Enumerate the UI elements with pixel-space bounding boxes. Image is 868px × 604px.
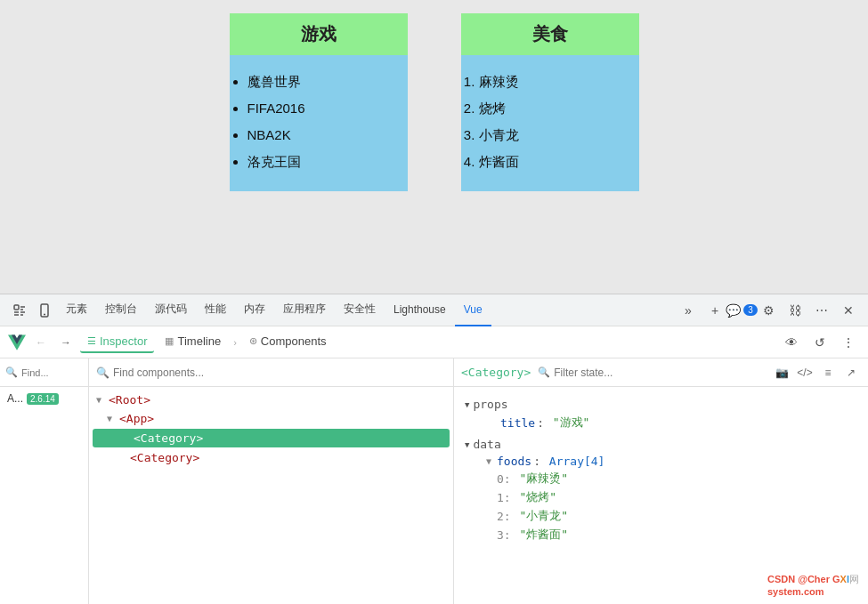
tree-tag: <Category> — [134, 431, 203, 445]
prop-food-1: 1: "烧烤" — [497, 489, 857, 505]
vue-logo — [7, 333, 27, 352]
food-card-body: 麻辣烫 烧烤 小青龙 炸酱面 — [461, 55, 639, 189]
tree-item-root[interactable]: ▼ <Root> — [89, 391, 453, 409]
tab-console[interactable]: 控制台 — [96, 294, 146, 326]
list-item: NBA2K — [247, 122, 390, 149]
prop-title-line: title : "游戏" — [486, 415, 857, 431]
list-item: 烧烤 — [479, 95, 621, 122]
search-icon: 🔍 — [538, 366, 550, 378]
dt-left-sidebar: 🔍 ↺ A... 2.6.14 — [0, 358, 89, 604]
data-section-arrow: ▼ — [465, 440, 469, 449]
filter-state-input[interactable] — [554, 366, 765, 379]
vue-toolbar-right: 👁 ↺ ⋮ — [337, 330, 861, 355]
dt-left-search: 🔍 ↺ — [0, 358, 88, 387]
data-section-header[interactable]: ▼ data — [465, 438, 857, 451]
notification-btn[interactable]: 💬 3 — [729, 298, 754, 323]
tree-tag: <Category> — [130, 451, 199, 464]
game-card: 游戏 魔兽世界 FIFA2016 NBA2K 洛克王国 — [230, 13, 408, 191]
component-tree-panel: 🔍 ▼ <Root> ▼ <App> — [89, 358, 454, 604]
main-content: 游戏 魔兽世界 FIFA2016 NBA2K 洛克王国 美食 麻辣烫 烧烤 小青… — [0, 0, 868, 294]
tab-elements[interactable]: 元素 — [57, 294, 96, 326]
list-item: 小青龙 — [479, 122, 621, 149]
list-item: 麻辣烫 — [479, 68, 621, 95]
open-in-editor-btn[interactable]: ↗ — [841, 363, 861, 383]
breadcrumb-separator: › — [231, 337, 239, 348]
forward-btn[interactable]: → — [55, 332, 77, 353]
app-label: A... — [7, 392, 23, 405]
customize-btn[interactable]: ⛓ — [783, 298, 807, 323]
tree-tag: <Root> — [109, 393, 150, 407]
tab-timeline[interactable]: ▦ Timeline — [158, 331, 228, 353]
prop-food-3: 3: "炸酱面" — [497, 527, 857, 543]
refresh-btn[interactable]: ↺ — [807, 330, 832, 355]
prop-food-2: 2: "小青龙" — [497, 508, 857, 524]
tab-performance[interactable]: 性能 — [196, 294, 235, 326]
inspect-element-btn[interactable] — [7, 298, 32, 323]
tab-inspector[interactable]: ☰ Inspector — [80, 331, 154, 353]
app-item[interactable]: A... 2.6.14 — [0, 387, 88, 410]
prop-val-title: "游戏" — [553, 415, 590, 431]
tab-security[interactable]: 安全性 — [335, 294, 385, 326]
game-card-body: 魔兽世界 FIFA2016 NBA2K 洛克王国 — [230, 55, 408, 189]
tab-application[interactable]: 应用程序 — [274, 294, 335, 326]
tree-item-app[interactable]: ▼ <App> — [89, 409, 453, 428]
inspector-icon: ☰ — [87, 335, 96, 347]
game-card-header: 游戏 — [230, 13, 408, 55]
watermark-logo: G — [832, 574, 840, 584]
scroll-to-component-btn[interactable]: 👁 — [779, 330, 804, 355]
prop-food-2-val: "小青龙" — [513, 508, 568, 524]
list-item: 炸酱面 — [479, 149, 621, 175]
copy-data-btn[interactable]: ≡ — [818, 363, 838, 383]
tree-arrow: ▼ — [96, 395, 107, 405]
food-card: 美食 麻辣烫 烧烤 小青龙 炸酱面 — [461, 13, 639, 191]
inspect-dom-btn[interactable]: 📷 — [772, 363, 791, 383]
tree-item-category-2[interactable]: <Category> — [89, 448, 453, 467]
props-header: <Category> 🔍 📷 </> ≡ ↗ — [454, 358, 868, 387]
devtools-panel: 元素 控制台 源代码 性能 内存 应用程序 安全性 Lighthouse — [0, 294, 868, 604]
vue-toolbar: ← → ☰ Inspector ▦ Timeline › ⊛ Component… — [0, 326, 868, 358]
props-search: 🔍 — [538, 366, 765, 379]
device-toolbar-btn[interactable] — [32, 298, 57, 323]
more-tabs-btn[interactable]: » — [676, 298, 701, 323]
prop-food-0-val: "麻辣烫" — [513, 471, 568, 487]
back-btn[interactable]: ← — [30, 332, 52, 353]
tree-item-category-1[interactable]: <Category> — [93, 429, 450, 447]
component-tag-label: <Category> — [461, 366, 531, 379]
vue-more-btn[interactable]: ⋮ — [836, 330, 861, 355]
component-tree-body: ▼ <Root> ▼ <App> <Category> — [89, 387, 453, 604]
more-options-btn[interactable]: ⋯ — [809, 298, 834, 323]
food-card-header: 美食 — [461, 13, 639, 55]
tab-components[interactable]: ⊛ Components — [242, 331, 334, 353]
watermark-text: CSDN @Cher — [767, 574, 830, 584]
list-item: 魔兽世界 — [247, 68, 390, 95]
version-badge: 2.6.14 — [27, 393, 59, 405]
watermark-site: system.com — [767, 586, 824, 597]
prop-key-title: title — [500, 416, 535, 430]
tree-arrow: ▼ — [107, 414, 118, 423]
prop-food-0: 0: "麻辣烫" — [497, 471, 857, 487]
devtools-content: 🔍 ↺ A... 2.6.14 🔍 ▼ — [0, 358, 868, 604]
svg-rect-0 — [14, 305, 19, 310]
props-panel: <Category> 🔍 📷 </> ≡ ↗ ▼ — [454, 358, 868, 604]
tab-vue[interactable]: Vue — [455, 294, 491, 326]
prop-val-foods: Array[4] — [549, 455, 605, 468]
search-icon: 🔍 — [96, 366, 110, 379]
prop-foods-line: ▼ foods : Array[4] — [486, 455, 857, 468]
tab-sources[interactable]: 源代码 — [146, 294, 196, 326]
find-components-input[interactable] — [113, 366, 446, 379]
props-section-header[interactable]: ▼ props — [465, 398, 857, 411]
tab-memory[interactable]: 内存 — [235, 294, 274, 326]
prop-food-1-val: "烧烤" — [513, 489, 556, 505]
watermark-x: X — [840, 574, 847, 584]
settings-btn[interactable]: ⚙ — [756, 298, 781, 323]
devtools-tabs-bar: 元素 控制台 源代码 性能 内存 应用程序 安全性 Lighthouse — [0, 294, 868, 326]
edit-code-btn[interactable]: </> — [795, 363, 815, 383]
components-icon: ⊛ — [249, 335, 257, 347]
add-tab-btn[interactable]: + — [702, 298, 727, 323]
tab-lighthouse[interactable]: Lighthouse — [385, 294, 455, 326]
search-icon-small: 🔍 — [5, 366, 18, 378]
props-section-label: props — [473, 398, 507, 411]
close-devtools-btn[interactable]: ✕ — [836, 298, 861, 323]
list-item: 洛克王国 — [247, 149, 390, 175]
watermark-i: I — [847, 574, 849, 584]
